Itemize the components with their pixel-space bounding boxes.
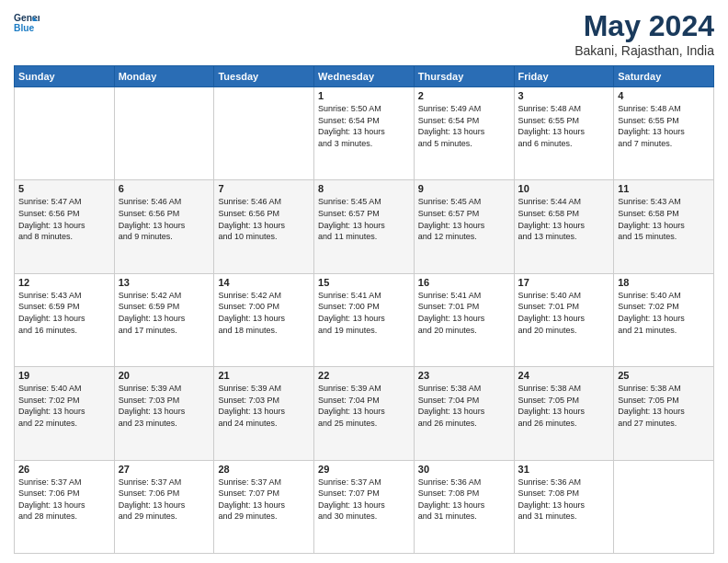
- day-number: 17: [518, 277, 610, 288]
- calendar-cell-w2-d3: 15Sunrise: 5:41 AM Sunset: 7:00 PM Dayli…: [314, 273, 415, 366]
- day-info: Sunrise: 5:43 AM Sunset: 6:59 PM Dayligh…: [18, 290, 110, 336]
- header-friday: Friday: [514, 66, 614, 87]
- day-number: 24: [518, 370, 610, 381]
- calendar-cell-w4-d2: 28Sunrise: 5:37 AM Sunset: 7:07 PM Dayli…: [214, 460, 314, 553]
- day-info: Sunrise: 5:42 AM Sunset: 7:00 PM Dayligh…: [218, 290, 310, 336]
- day-info: Sunrise: 5:45 AM Sunset: 6:57 PM Dayligh…: [318, 196, 410, 242]
- calendar-cell-w3-d0: 19Sunrise: 5:40 AM Sunset: 7:02 PM Dayli…: [15, 367, 115, 460]
- day-info: Sunrise: 5:41 AM Sunset: 7:00 PM Dayligh…: [318, 290, 410, 336]
- day-info: Sunrise: 5:44 AM Sunset: 6:58 PM Dayligh…: [518, 196, 610, 242]
- day-number: 6: [119, 183, 210, 194]
- day-number: 3: [518, 90, 610, 101]
- calendar-cell-w4-d0: 26Sunrise: 5:37 AM Sunset: 7:06 PM Dayli…: [15, 460, 115, 553]
- calendar-header-row: Sunday Monday Tuesday Wednesday Thursday…: [15, 66, 714, 87]
- day-info: Sunrise: 5:38 AM Sunset: 7:05 PM Dayligh…: [518, 383, 610, 429]
- calendar-cell-w2-d2: 14Sunrise: 5:42 AM Sunset: 7:00 PM Dayli…: [214, 273, 314, 366]
- day-number: 15: [318, 277, 410, 288]
- header-thursday: Thursday: [414, 66, 514, 87]
- day-number: 23: [418, 370, 510, 381]
- day-info: Sunrise: 5:39 AM Sunset: 7:04 PM Dayligh…: [318, 383, 410, 429]
- day-info: Sunrise: 5:45 AM Sunset: 6:57 PM Dayligh…: [418, 196, 510, 242]
- calendar-cell-w3-d6: 25Sunrise: 5:38 AM Sunset: 7:05 PM Dayli…: [614, 367, 714, 460]
- day-number: 2: [418, 90, 510, 101]
- calendar-cell-w0-d0: [15, 87, 115, 180]
- calendar-week-4: 26Sunrise: 5:37 AM Sunset: 7:06 PM Dayli…: [15, 460, 714, 553]
- day-info: Sunrise: 5:37 AM Sunset: 7:06 PM Dayligh…: [18, 477, 110, 523]
- day-number: 30: [418, 464, 510, 475]
- page: General Blue May 2024 Bakani, Rajasthan,…: [0, 0, 728, 563]
- day-number: 22: [318, 370, 410, 381]
- day-info: Sunrise: 5:39 AM Sunset: 7:03 PM Dayligh…: [119, 383, 210, 429]
- calendar-cell-w4-d6: [614, 460, 714, 553]
- day-number: 5: [18, 183, 110, 194]
- day-number: 26: [18, 464, 110, 475]
- day-info: Sunrise: 5:36 AM Sunset: 7:08 PM Dayligh…: [418, 477, 510, 523]
- calendar-table: Sunday Monday Tuesday Wednesday Thursday…: [14, 65, 714, 554]
- day-info: Sunrise: 5:50 AM Sunset: 6:54 PM Dayligh…: [318, 103, 410, 149]
- day-number: 8: [318, 183, 410, 194]
- header: General Blue May 2024 Bakani, Rajasthan,…: [14, 9, 714, 58]
- calendar-week-0: 1Sunrise: 5:50 AM Sunset: 6:54 PM Daylig…: [15, 87, 714, 180]
- day-info: Sunrise: 5:38 AM Sunset: 7:05 PM Dayligh…: [618, 383, 710, 429]
- day-number: 12: [18, 277, 110, 288]
- day-info: Sunrise: 5:46 AM Sunset: 6:56 PM Dayligh…: [119, 196, 210, 242]
- day-number: 21: [218, 370, 310, 381]
- day-info: Sunrise: 5:47 AM Sunset: 6:56 PM Dayligh…: [18, 196, 110, 242]
- day-number: 31: [518, 464, 610, 475]
- calendar-cell-w0-d3: 1Sunrise: 5:50 AM Sunset: 6:54 PM Daylig…: [314, 87, 415, 180]
- day-info: Sunrise: 5:36 AM Sunset: 7:08 PM Dayligh…: [518, 477, 610, 523]
- day-info: Sunrise: 5:38 AM Sunset: 7:04 PM Dayligh…: [418, 383, 510, 429]
- calendar-week-2: 12Sunrise: 5:43 AM Sunset: 6:59 PM Dayli…: [15, 273, 714, 366]
- calendar-cell-w1-d0: 5Sunrise: 5:47 AM Sunset: 6:56 PM Daylig…: [15, 180, 115, 273]
- day-number: 20: [119, 370, 210, 381]
- header-monday: Monday: [114, 66, 214, 87]
- day-number: 1: [318, 90, 410, 101]
- calendar-cell-w2-d1: 13Sunrise: 5:42 AM Sunset: 6:59 PM Dayli…: [114, 273, 214, 366]
- title-block: May 2024 Bakani, Rajasthan, India: [574, 9, 714, 58]
- day-number: 25: [618, 370, 710, 381]
- calendar-cell-w2-d5: 17Sunrise: 5:40 AM Sunset: 7:01 PM Dayli…: [514, 273, 614, 366]
- calendar-cell-w0-d2: [214, 87, 314, 180]
- day-info: Sunrise: 5:39 AM Sunset: 7:03 PM Dayligh…: [218, 383, 310, 429]
- day-number: 7: [218, 183, 310, 194]
- calendar-cell-w0-d4: 2Sunrise: 5:49 AM Sunset: 6:54 PM Daylig…: [414, 87, 514, 180]
- calendar-cell-w3-d3: 22Sunrise: 5:39 AM Sunset: 7:04 PM Dayli…: [314, 367, 415, 460]
- svg-text:General: General: [14, 13, 40, 23]
- calendar-cell-w0-d5: 3Sunrise: 5:48 AM Sunset: 6:55 PM Daylig…: [514, 87, 614, 180]
- calendar-cell-w4-d3: 29Sunrise: 5:37 AM Sunset: 7:07 PM Dayli…: [314, 460, 415, 553]
- calendar-cell-w3-d5: 24Sunrise: 5:38 AM Sunset: 7:05 PM Dayli…: [514, 367, 614, 460]
- location: Bakani, Rajasthan, India: [574, 43, 714, 58]
- header-tuesday: Tuesday: [214, 66, 314, 87]
- calendar-cell-w4-d4: 30Sunrise: 5:36 AM Sunset: 7:08 PM Dayli…: [414, 460, 514, 553]
- day-info: Sunrise: 5:49 AM Sunset: 6:54 PM Dayligh…: [418, 103, 510, 149]
- day-info: Sunrise: 5:48 AM Sunset: 6:55 PM Dayligh…: [618, 103, 710, 149]
- calendar-cell-w2-d0: 12Sunrise: 5:43 AM Sunset: 6:59 PM Dayli…: [15, 273, 115, 366]
- calendar-week-1: 5Sunrise: 5:47 AM Sunset: 6:56 PM Daylig…: [15, 180, 714, 273]
- day-number: 18: [618, 277, 710, 288]
- day-info: Sunrise: 5:40 AM Sunset: 7:02 PM Dayligh…: [18, 383, 110, 429]
- calendar-cell-w4-d5: 31Sunrise: 5:36 AM Sunset: 7:08 PM Dayli…: [514, 460, 614, 553]
- calendar-cell-w3-d1: 20Sunrise: 5:39 AM Sunset: 7:03 PM Dayli…: [114, 367, 214, 460]
- header-sunday: Sunday: [15, 66, 115, 87]
- day-info: Sunrise: 5:48 AM Sunset: 6:55 PM Dayligh…: [518, 103, 610, 149]
- day-number: 4: [618, 90, 710, 101]
- day-number: 27: [119, 464, 210, 475]
- calendar-week-3: 19Sunrise: 5:40 AM Sunset: 7:02 PM Dayli…: [15, 367, 714, 460]
- day-info: Sunrise: 5:40 AM Sunset: 7:02 PM Dayligh…: [618, 290, 710, 336]
- day-info: Sunrise: 5:37 AM Sunset: 7:07 PM Dayligh…: [318, 477, 410, 523]
- day-number: 28: [218, 464, 310, 475]
- day-info: Sunrise: 5:46 AM Sunset: 6:56 PM Dayligh…: [218, 196, 310, 242]
- day-info: Sunrise: 5:37 AM Sunset: 7:07 PM Dayligh…: [218, 477, 310, 523]
- logo: General Blue: [14, 9, 40, 35]
- day-info: Sunrise: 5:42 AM Sunset: 6:59 PM Dayligh…: [119, 290, 210, 336]
- month-title: May 2024: [574, 9, 714, 43]
- day-number: 29: [318, 464, 410, 475]
- day-number: 10: [518, 183, 610, 194]
- calendar-cell-w1-d5: 10Sunrise: 5:44 AM Sunset: 6:58 PM Dayli…: [514, 180, 614, 273]
- day-number: 14: [218, 277, 310, 288]
- day-number: 13: [119, 277, 210, 288]
- calendar-cell-w1-d2: 7Sunrise: 5:46 AM Sunset: 6:56 PM Daylig…: [214, 180, 314, 273]
- calendar-cell-w3-d4: 23Sunrise: 5:38 AM Sunset: 7:04 PM Dayli…: [414, 367, 514, 460]
- day-info: Sunrise: 5:40 AM Sunset: 7:01 PM Dayligh…: [518, 290, 610, 336]
- day-number: 16: [418, 277, 510, 288]
